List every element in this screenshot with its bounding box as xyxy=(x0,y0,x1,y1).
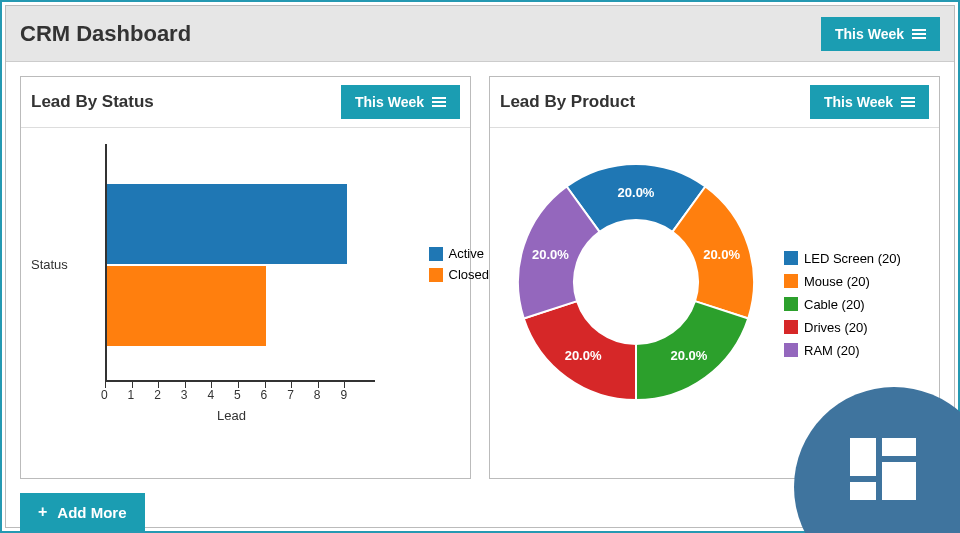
app-frame: CRM Dashboard This Week Lead By Status T… xyxy=(0,0,960,533)
legend-item: Mouse (20) xyxy=(784,274,901,289)
x-tick: 4 xyxy=(207,388,214,402)
x-tick: 2 xyxy=(154,388,161,402)
legend-item: Cable (20) xyxy=(784,297,901,312)
add-more-label: Add More xyxy=(57,504,126,521)
x-tick: 7 xyxy=(287,388,294,402)
donut-slice-label: 20.0% xyxy=(703,247,740,262)
panel-body: Status 0123456789 Lead Active xyxy=(21,128,470,478)
legend-swatch xyxy=(784,274,798,288)
legend-swatch xyxy=(784,297,798,311)
bar-legend: Active Closed xyxy=(429,246,489,288)
status-filter-label: This Week xyxy=(355,94,424,110)
product-filter-button[interactable]: This Week xyxy=(810,85,929,119)
x-tick: 6 xyxy=(261,388,268,402)
donut-slice-label: 20.0% xyxy=(618,185,655,200)
panel-title: Lead By Product xyxy=(500,92,635,112)
legend-label: LED Screen (20) xyxy=(804,251,901,266)
x-tick: 0 xyxy=(101,388,108,402)
legend-item: Closed xyxy=(429,267,489,282)
legend-label: RAM (20) xyxy=(804,343,860,358)
legend-label: Mouse (20) xyxy=(804,274,870,289)
legend-item: Drives (20) xyxy=(784,320,901,335)
y-axis-label: Status xyxy=(31,257,68,272)
donut-chart: 20.0%20.0%20.0%20.0%20.0% xyxy=(506,152,766,412)
donut-area: 20.0%20.0%20.0%20.0%20.0% LED Screen (20… xyxy=(500,144,929,412)
legend-swatch xyxy=(429,247,443,261)
legend-label: Closed xyxy=(449,267,489,282)
x-tick: 3 xyxy=(181,388,188,402)
donut-slice-label: 20.0% xyxy=(670,347,707,362)
grid-icon xyxy=(850,438,918,506)
legend-swatch xyxy=(784,251,798,265)
legend-label: Active xyxy=(449,246,484,261)
bar-chart: Status 0123456789 Lead Active xyxy=(77,144,417,424)
legend-item: RAM (20) xyxy=(784,343,901,358)
dashboard-filter-button[interactable]: This Week xyxy=(821,17,940,51)
panel-lead-by-status: Lead By Status This Week Status 01234567… xyxy=(20,76,471,479)
legend-swatch xyxy=(784,343,798,357)
x-axis-label: Lead xyxy=(217,408,246,423)
x-tick: 9 xyxy=(340,388,347,402)
donut-legend: LED Screen (20)Mouse (20)Cable (20)Drive… xyxy=(784,251,901,366)
dashboard: CRM Dashboard This Week Lead By Status T… xyxy=(5,5,955,528)
legend-item: Active xyxy=(429,246,489,261)
dashboard-filter-label: This Week xyxy=(835,26,904,42)
x-tick: 8 xyxy=(314,388,321,402)
legend-label: Drives (20) xyxy=(804,320,868,335)
legend-swatch xyxy=(429,268,443,282)
donut-slice-label: 20.0% xyxy=(565,347,602,362)
page-title: CRM Dashboard xyxy=(20,21,191,47)
panel-header: Lead By Status This Week xyxy=(21,77,470,128)
donut-slice-label: 20.0% xyxy=(532,247,569,262)
bar-active xyxy=(107,184,347,264)
panel-row: Lead By Status This Week Status 01234567… xyxy=(6,62,954,479)
dashboard-header: CRM Dashboard This Week xyxy=(6,6,954,62)
menu-icon xyxy=(901,97,915,107)
legend-item: LED Screen (20) xyxy=(784,251,901,266)
panel-title: Lead By Status xyxy=(31,92,154,112)
menu-icon xyxy=(912,29,926,39)
x-axis xyxy=(105,380,375,382)
x-tick: 1 xyxy=(128,388,135,402)
status-filter-button[interactable]: This Week xyxy=(341,85,460,119)
legend-swatch xyxy=(784,320,798,334)
plus-icon: + xyxy=(38,503,47,521)
legend-label: Cable (20) xyxy=(804,297,865,312)
x-tick: 5 xyxy=(234,388,241,402)
panel-header: Lead By Product This Week xyxy=(490,77,939,128)
menu-icon xyxy=(432,97,446,107)
bar-closed xyxy=(107,266,266,346)
product-filter-label: This Week xyxy=(824,94,893,110)
add-more-button[interactable]: + Add More xyxy=(20,493,145,531)
